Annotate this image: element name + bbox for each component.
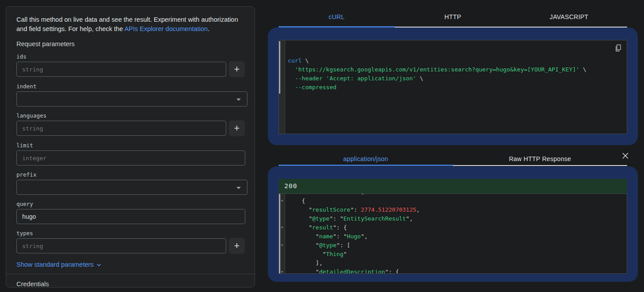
query-input[interactable] [16, 209, 245, 224]
indent-select[interactable] [16, 91, 247, 107]
response-tabs: application/json Raw HTTP Response [279, 150, 627, 166]
response-panel: 200 ▾▾▾▾ "itemListElement": [ { "resultS… [268, 166, 638, 282]
field-prefix-label: prefix [16, 171, 245, 178]
ids-input[interactable] [16, 62, 226, 77]
field-ids: ids + [16, 53, 245, 77]
code-line: ], [286, 259, 627, 268]
code-line: "resultScore": 2774.51220703125, [286, 205, 627, 214]
field-types: types + [16, 230, 245, 254]
field-indent-label: indent [16, 83, 245, 90]
chevron-down-icon [236, 99, 241, 101]
code-line: "@type": "EntitySearchResult", [286, 214, 627, 223]
tab-curl[interactable]: cURL [279, 0, 395, 27]
collapse-toggle-icon[interactable]: ▾ [280, 225, 284, 230]
chevron-down-icon [236, 187, 241, 189]
field-ids-label: ids [16, 53, 245, 60]
collapse-toggle-icon[interactable]: ▾ [280, 199, 284, 203]
code-line: { [286, 197, 627, 205]
tab-javascript[interactable]: JAVASCRIPT [511, 0, 627, 27]
code-gutter: ▾▾▾▾ [279, 194, 285, 273]
code-line: curl \ [286, 56, 627, 65]
scrollbar-thumb[interactable] [279, 41, 280, 94]
request-parameters-card: Call this method on live data and see th… [6, 6, 255, 288]
status-code-bar: 200 [279, 179, 627, 193]
code-gutter [279, 40, 285, 134]
tab-application-json[interactable]: application/json [279, 150, 453, 165]
response-json-code: "itemListElement": [ { "resultScore": 27… [286, 193, 627, 274]
field-languages: languages + [16, 112, 245, 136]
scrollbar-thumb[interactable] [279, 194, 280, 274]
code-line: "result": { [286, 223, 627, 232]
intro-text-part2: . [208, 25, 209, 32]
code-line: --compressed [286, 83, 627, 92]
close-icon[interactable] [621, 152, 629, 160]
curl-code-block: curl \ 'https://kgsearch.googleapis.com/… [279, 40, 627, 134]
field-prefix: prefix [16, 171, 245, 195]
limit-input[interactable] [16, 150, 245, 166]
code-line: --header 'Accept: application/json' \ [286, 74, 627, 83]
field-query: query [16, 201, 245, 224]
show-standard-parameters-link[interactable]: Show standard parameters [16, 261, 101, 268]
credentials-title: Credentials [16, 280, 245, 288]
ids-add-button[interactable]: + [229, 61, 245, 77]
request-snippet-tabs: cURL HTTP JAVASCRIPT [279, 0, 627, 28]
status-code: 200 [284, 182, 297, 189]
copy-icon[interactable] [614, 44, 622, 52]
show-standard-parameters-label: Show standard parameters [16, 261, 94, 268]
chevron-down-icon [97, 263, 101, 267]
types-input[interactable] [16, 238, 226, 253]
try-this-method-panel: cURL HTTP JAVASCRIPT curl \ 'https://kgs… [268, 0, 638, 292]
field-languages-label: languages [16, 112, 245, 119]
curl-code: curl \ 'https://kgsearch.googleapis.com/… [286, 56, 627, 92]
code-line: "name": "Hugo", [286, 232, 627, 241]
divider [6, 274, 255, 274]
code-line: "@type": [ [286, 241, 627, 250]
code-line: "itemListElement": [ [286, 193, 627, 197]
response-code-block: ▾▾▾▾ "itemListElement": [ { "resultScore… [279, 193, 627, 274]
request-parameters-title: Request parameters [16, 40, 245, 47]
tab-http[interactable]: HTTP [395, 0, 511, 27]
collapse-toggle-icon[interactable]: ▾ [280, 270, 284, 274]
field-limit: limit [16, 142, 245, 166]
code-line: "Thing" [286, 250, 627, 259]
code-line: "detailedDescription": { [286, 268, 627, 274]
tab-raw-http-response[interactable]: Raw HTTP Response [453, 150, 627, 165]
apis-explorer-documentation-link[interactable]: APIs Explorer documentation [124, 25, 208, 32]
field-query-label: query [16, 201, 245, 207]
prefix-select[interactable] [16, 180, 247, 195]
intro-text: Call this method on live data and see th… [16, 15, 245, 34]
field-limit-label: limit [16, 142, 245, 149]
languages-input[interactable] [16, 121, 226, 136]
field-indent: indent [16, 83, 245, 107]
types-add-button[interactable]: + [229, 238, 245, 254]
code-line: 'https://kgsearch.googleapis.com/v1/enti… [286, 65, 627, 74]
curl-panel: curl \ 'https://kgsearch.googleapis.com/… [268, 28, 638, 145]
field-types-label: types [16, 230, 245, 237]
collapse-toggle-icon[interactable]: ▾ [280, 243, 284, 248]
languages-add-button[interactable]: + [229, 120, 245, 136]
